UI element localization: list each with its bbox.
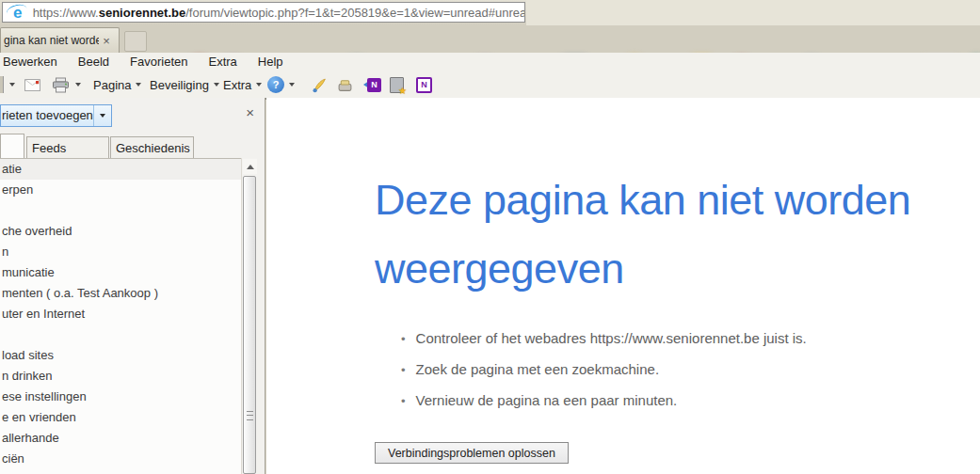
error-suggestion: Zoek de pagina met een zoekmachine.: [401, 355, 807, 386]
chevron-down-icon: [136, 83, 141, 87]
browser-window: e https://www.seniorennet.be/forum/viewt…: [0, 0, 980, 474]
beveiliging-label: Beveiliging: [150, 78, 209, 92]
favorites-item[interactable]: menten ( o.a. Test Aankoop ): [0, 283, 241, 304]
url-path: /forum/viewtopic.php?f=1&t=205819&e=1&vi…: [185, 6, 524, 20]
chevron-down-icon: [214, 83, 219, 87]
tab-bar: gina kan niet worde... ×: [0, 25, 980, 53]
tab-title: gina kan niet worde...: [1, 34, 99, 47]
send-to-onenote-button[interactable]: N: [363, 71, 381, 98]
new-tab-button[interactable]: [124, 31, 147, 52]
menu-bar: Bewerken Beeld Favorieten Extra Help: [0, 53, 980, 71]
scrollbar-up-button[interactable]: [243, 159, 257, 174]
printer-icon: [52, 77, 70, 93]
scrollbar-grip-icon: [247, 411, 253, 420]
quill-icon: [312, 77, 328, 93]
tab-geschiedenis[interactable]: Geschiedenis: [110, 136, 194, 159]
menu-favorieten[interactable]: Favorieten: [120, 53, 198, 71]
chevron-down-icon: [9, 83, 15, 87]
favorites-item[interactable]: erpen: [0, 180, 241, 200]
favorites-item[interactable]: uter en Internet: [0, 304, 241, 324]
favorites-item[interactable]: n: [0, 242, 241, 262]
error-suggestion: Vernieuw de pagina na een paar minuten.: [401, 386, 807, 417]
favorites-item[interactable]: e en vrienden: [0, 407, 241, 428]
tab-geschiedenis-label: Geschiedenis: [116, 141, 190, 155]
extra-menu[interactable]: Extra: [223, 71, 262, 98]
favorites-list: atie erpen che overheid n municatie ment…: [0, 158, 241, 474]
address-bar-right-blur: [526, 0, 980, 25]
address-bar-row: e https://www.seniorennet.be/forum/viewt…: [0, 0, 980, 25]
favorites-item[interactable]: che overheid: [0, 221, 241, 242]
tab-active[interactable]: gina kan niet worde... ×: [0, 27, 120, 53]
favorites-item[interactable]: [0, 324, 241, 345]
tab-close-icon[interactable]: ×: [99, 34, 114, 48]
add-to-favorites-dropdown[interactable]: [93, 105, 111, 126]
help-icon: ?: [267, 76, 284, 93]
read-mail-button[interactable]: [24, 71, 40, 98]
menu-bewerken[interactable]: Bewerken: [0, 53, 68, 71]
menu-extra[interactable]: Extra: [198, 53, 247, 71]
onenote-icon: N: [367, 78, 381, 92]
scrollbar-thumb[interactable]: [243, 176, 256, 474]
research-button[interactable]: [390, 71, 404, 98]
menu-beeld[interactable]: Beeld: [68, 53, 120, 71]
favorites-item[interactable]: [0, 200, 241, 221]
error-heading-line2: weergegeven: [375, 234, 980, 303]
error-heading: Deze pagina kan niet worden weergegeven: [375, 166, 980, 303]
error-suggestions: Controleer of het webadres https://www.s…: [401, 324, 807, 417]
clipped-icon: [0, 76, 4, 93]
chevron-down-icon: [289, 83, 295, 87]
favorites-item[interactable]: allerhande: [0, 428, 241, 449]
url-domain: seniorennet.be: [99, 6, 185, 20]
beveiliging-menu[interactable]: Beveiliging: [150, 71, 219, 98]
pagina-menu[interactable]: Pagina: [93, 71, 141, 98]
print-button[interactable]: [52, 71, 70, 98]
favorites-item[interactable]: load sites: [0, 345, 241, 366]
url-text: https://www.seniorennet.be/forum/viewtop…: [33, 6, 524, 20]
research-icon: [390, 77, 404, 93]
blog-tool-button[interactable]: [312, 71, 328, 98]
onenote-linked-notes-button[interactable]: N: [416, 71, 432, 98]
page-content: Deze pagina kan niet worden weergegeven …: [266, 98, 980, 474]
favorites-scrollbar[interactable]: [241, 158, 257, 474]
stamp-icon: [337, 77, 353, 93]
tab-favorieten[interactable]: [0, 134, 24, 159]
home-dropdown[interactable]: [9, 71, 15, 98]
chevron-down-icon: [75, 83, 81, 87]
stamp-tool-button[interactable]: [337, 71, 353, 98]
error-suggestion: Controleer of het webadres https://www.s…: [401, 324, 807, 355]
add-to-favorites-button[interactable]: rieten toevoegen: [0, 104, 112, 127]
add-to-favorites-label: rieten toevoegen: [1, 105, 93, 126]
favorites-item[interactable]: ese instellingen: [0, 387, 241, 407]
tab-feeds[interactable]: Feeds: [26, 136, 109, 159]
url-scheme: https://www.: [33, 6, 99, 20]
chevron-up-icon: [247, 165, 254, 169]
favorites-sidebar: rieten toevoegen × Feeds Geschiedenis at…: [0, 98, 265, 474]
extra-label: Extra: [223, 78, 251, 92]
tab-feeds-label: Feeds: [32, 141, 66, 155]
onenote-linked-icon: N: [416, 77, 432, 93]
sidebar-close-icon[interactable]: ×: [246, 105, 254, 119]
mail-icon: [24, 79, 40, 91]
chevron-down-icon: [256, 83, 262, 87]
ie-icon: e: [8, 4, 27, 22]
command-bar: Pagina Beveiliging Extra ? N N: [0, 71, 980, 100]
help-menu[interactable]: ?: [267, 71, 295, 98]
menu-help[interactable]: Help: [248, 53, 294, 71]
address-bar[interactable]: e https://www.seniorennet.be/forum/viewt…: [2, 2, 525, 23]
pagina-label: Pagina: [93, 78, 131, 92]
favorites-item[interactable]: municatie: [0, 262, 241, 283]
error-heading-line1: Deze pagina kan niet worden: [375, 166, 980, 234]
print-dropdown[interactable]: [75, 71, 81, 98]
favorites-item[interactable]: n drinken: [0, 366, 241, 387]
fix-connection-button[interactable]: Verbindingsproblemen oplossen: [375, 442, 569, 464]
chevron-down-icon: [100, 114, 105, 118]
favorites-item[interactable]: atie: [0, 159, 241, 180]
favorites-item[interactable]: ciën: [0, 449, 241, 469]
